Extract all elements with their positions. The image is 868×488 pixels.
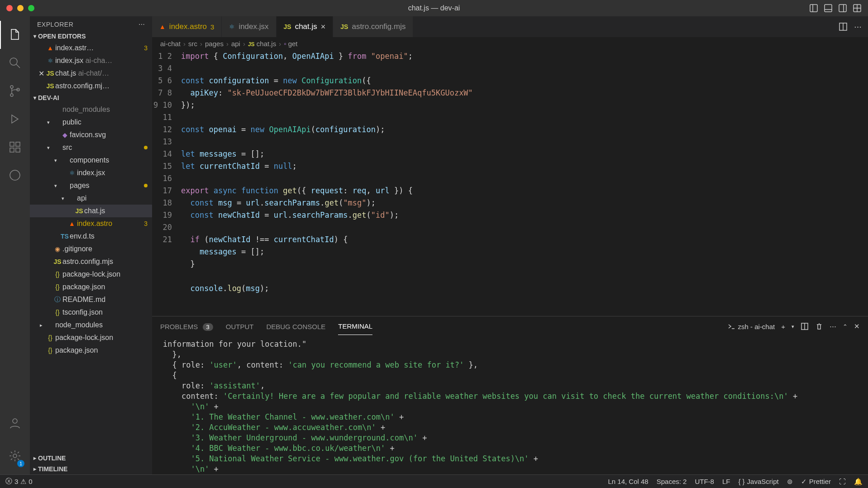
kill-terminal-icon[interactable] bbox=[815, 322, 823, 330]
tree-item[interactable]: {} package.json bbox=[30, 281, 152, 293]
toggle-secondary-sidebar-icon[interactable] bbox=[838, 4, 847, 13]
editor-tab[interactable]: JS astro.config.mjs bbox=[333, 16, 413, 37]
status-copilot-icon[interactable]: ⊚ bbox=[787, 478, 793, 486]
svg-point-9 bbox=[10, 58, 17, 65]
tree-item[interactable]: ◆ favicon.svg bbox=[30, 129, 152, 141]
status-bell-icon[interactable]: 🔔 bbox=[854, 478, 863, 486]
warning-dot bbox=[144, 184, 148, 187]
code-content[interactable]: import { Configuration, OpenAIApi } from… bbox=[181, 50, 868, 316]
timeline-header[interactable]: ▸ TIMELINE bbox=[30, 464, 152, 474]
activity-extensions[interactable] bbox=[0, 133, 30, 161]
activity-source-control[interactable] bbox=[0, 77, 30, 105]
tab-problems[interactable]: PROBLEMS 3 bbox=[160, 318, 213, 335]
tree-item[interactable]: {} package-lock.json bbox=[30, 268, 152, 281]
activity-explorer[interactable] bbox=[0, 21, 30, 49]
status-indent[interactable]: Spaces: 2 bbox=[657, 478, 687, 485]
status-cursor[interactable]: Ln 14, Col 48 bbox=[608, 478, 648, 485]
status-encoding[interactable]: UTF-8 bbox=[695, 478, 714, 485]
minimize-window-button[interactable] bbox=[17, 5, 24, 11]
status-language[interactable]: { } JavaScript bbox=[738, 478, 778, 485]
close-panel-icon[interactable]: ✕ bbox=[854, 322, 860, 330]
file-label: astro.config.mjs bbox=[62, 258, 152, 266]
tab-terminal[interactable]: TERMINAL bbox=[338, 318, 372, 335]
tree-item[interactable]: {} package-lock.json bbox=[30, 331, 152, 344]
breadcrumb-item[interactable]: src bbox=[188, 40, 197, 48]
close-tab-icon[interactable]: × bbox=[321, 22, 326, 32]
svg-rect-4 bbox=[839, 5, 846, 12]
more-actions-icon[interactable]: ⋯ bbox=[854, 22, 862, 32]
outline-header[interactable]: ▸ OUTLINE bbox=[30, 453, 152, 464]
split-terminal-icon[interactable] bbox=[801, 322, 809, 330]
file-label: package.json bbox=[55, 346, 152, 354]
tree-item[interactable]: ⚛ index.jsx bbox=[30, 167, 152, 179]
editor-tab[interactable]: ▲ index.astro 3 bbox=[152, 16, 222, 37]
tree-item[interactable]: {} package.json bbox=[30, 344, 152, 357]
project-header[interactable]: ▾ DEV-AI bbox=[30, 92, 152, 103]
tree-item[interactable]: ▸ node_modules bbox=[30, 319, 152, 331]
activity-run-debug[interactable] bbox=[0, 105, 30, 133]
breadcrumb-item[interactable]: pages bbox=[205, 40, 224, 48]
tree-item[interactable]: ▲ index.astro 3 bbox=[30, 217, 152, 230]
breadcrumbs[interactable]: ai-chat› src› pages› api›JS chat.js›▫ ge… bbox=[152, 37, 868, 50]
svg-rect-18 bbox=[16, 148, 20, 152]
breadcrumb-item[interactable]: JS chat.js bbox=[248, 40, 276, 48]
status-bar: ⓧ 3 ⚠ 0 Ln 14, Col 48 Spaces: 2 UTF-8 LF… bbox=[0, 474, 868, 488]
breadcrumb-item[interactable]: api bbox=[231, 40, 240, 48]
tree-item[interactable]: JS astro.config.mjs bbox=[30, 255, 152, 268]
close-window-button[interactable] bbox=[6, 5, 13, 11]
tree-item[interactable]: ▾ pages bbox=[30, 179, 152, 192]
terminal-dropdown-icon[interactable]: ▾ bbox=[792, 324, 794, 330]
breadcrumb-item[interactable]: ai-chat bbox=[160, 40, 181, 48]
breadcrumb-item[interactable]: ▫ get bbox=[284, 40, 297, 48]
maximize-panel-icon[interactable]: ⌃ bbox=[843, 323, 848, 330]
status-feedback-icon[interactable]: ⛶ bbox=[839, 478, 846, 485]
open-editor-item[interactable]: ▲ index.astr… 3 bbox=[30, 42, 152, 54]
tree-item[interactable]: ⓘ README.md bbox=[30, 293, 152, 306]
open-editors-header[interactable]: ▾ OPEN EDITORS bbox=[30, 31, 152, 42]
activity-accounts[interactable] bbox=[0, 409, 30, 437]
activity-bar: 1 bbox=[0, 16, 30, 474]
file-label: tsconfig.json bbox=[62, 308, 152, 316]
tree-item[interactable]: {} tsconfig.json bbox=[30, 306, 152, 319]
breadcrumb-separator: › bbox=[279, 40, 281, 48]
tree-item[interactable]: TS env.d.ts bbox=[30, 230, 152, 243]
status-errors[interactable]: ⓧ 3 ⚠ 0 bbox=[5, 477, 33, 486]
tree-item[interactable]: JS chat.js bbox=[30, 205, 152, 217]
chevron-down-icon: ▾ bbox=[33, 33, 36, 39]
editor-tab[interactable]: JS chat.js × bbox=[277, 16, 334, 37]
editor-tab[interactable]: ⚛ index.jsx bbox=[222, 16, 276, 37]
customize-layout-icon[interactable] bbox=[853, 4, 862, 13]
tab-output[interactable]: OUTPUT bbox=[226, 318, 254, 335]
tree-item[interactable]: ▾ public bbox=[30, 116, 152, 129]
chevron-icon: ▾ bbox=[59, 196, 67, 201]
activity-search[interactable] bbox=[0, 49, 30, 77]
new-terminal-icon[interactable]: + bbox=[781, 323, 785, 330]
maximize-window-button[interactable] bbox=[28, 5, 34, 11]
tab-label: index.astro bbox=[169, 22, 207, 31]
code-editor[interactable]: 1 2 3 4 5 6 7 8 9 10 11 12 13 14 15 16 1… bbox=[152, 50, 868, 316]
tab-debug-console[interactable]: DEBUG CONSOLE bbox=[266, 318, 325, 335]
svg-rect-16 bbox=[16, 142, 20, 146]
open-editor-item[interactable]: ✕ JS chat.js ai-chat/… bbox=[30, 67, 152, 80]
tree-item[interactable]: ▾ api bbox=[30, 192, 152, 205]
status-prettier[interactable]: ✓ Prettier bbox=[801, 478, 831, 486]
sidebar-more-icon[interactable]: ⋯ bbox=[138, 21, 145, 28]
terminal-output[interactable]: information for your location." }, { rol… bbox=[152, 336, 868, 474]
chevron-right-icon: ▸ bbox=[33, 455, 36, 461]
tree-item[interactable]: ◉ .gitignore bbox=[30, 243, 152, 255]
tree-item[interactable]: node_modules bbox=[30, 103, 152, 116]
open-editor-item[interactable]: JS astro.config.mj… bbox=[30, 80, 152, 92]
open-editor-item[interactable]: ⚛ index.jsx ai-cha… bbox=[30, 54, 152, 67]
terminal-selector[interactable]: zsh - ai-chat bbox=[727, 322, 775, 330]
tree-item[interactable]: ▾ components bbox=[30, 154, 152, 167]
tree-item[interactable]: ▾ src bbox=[30, 141, 152, 154]
activity-edge[interactable] bbox=[0, 161, 30, 189]
activity-settings[interactable]: 1 bbox=[0, 442, 30, 470]
split-editor-icon[interactable] bbox=[839, 22, 848, 31]
close-icon[interactable]: ✕ bbox=[37, 69, 45, 78]
status-eol[interactable]: LF bbox=[722, 478, 730, 485]
toggle-panel-icon[interactable] bbox=[824, 4, 833, 13]
toggle-primary-sidebar-icon[interactable] bbox=[809, 4, 818, 13]
chevron-icon: ▾ bbox=[52, 158, 60, 163]
more-terminal-icon[interactable]: ⋯ bbox=[830, 322, 836, 330]
